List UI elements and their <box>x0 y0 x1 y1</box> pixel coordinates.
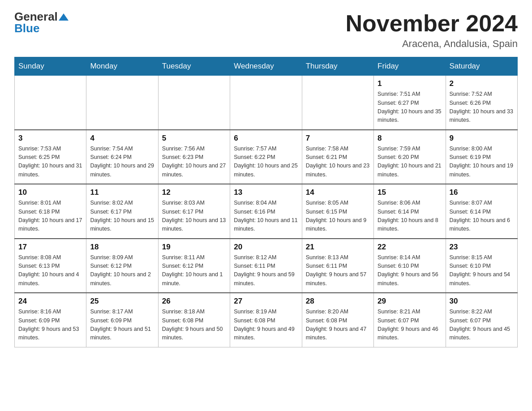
logo-general-text: General <box>14 11 58 22</box>
calendar-cell <box>158 76 230 130</box>
day-info: Sunrise: 8:13 AM Sunset: 6:11 PM Dayligh… <box>306 253 370 288</box>
day-number: 28 <box>306 297 370 306</box>
calendar-cell: 10Sunrise: 8:01 AM Sunset: 6:18 PM Dayli… <box>15 184 86 239</box>
day-info: Sunrise: 8:03 AM Sunset: 6:17 PM Dayligh… <box>162 199 226 234</box>
calendar-cell: 19Sunrise: 8:11 AM Sunset: 6:12 PM Dayli… <box>158 239 230 293</box>
calendar-cell <box>15 76 86 130</box>
day-number: 25 <box>90 297 154 306</box>
day-number: 21 <box>306 243 370 252</box>
calendar-week-row: 17Sunrise: 8:08 AM Sunset: 6:13 PM Dayli… <box>15 239 518 293</box>
day-info: Sunrise: 7:51 AM Sunset: 6:27 PM Dayligh… <box>378 90 442 125</box>
day-info: Sunrise: 7:57 AM Sunset: 6:22 PM Dayligh… <box>234 145 298 180</box>
calendar-cell: 23Sunrise: 8:15 AM Sunset: 6:10 PM Dayli… <box>446 239 517 293</box>
calendar-table: SundayMondayTuesdayWednesdayThursdayFrid… <box>14 57 518 347</box>
logo: General Blue <box>14 11 69 34</box>
day-info: Sunrise: 8:04 AM Sunset: 6:16 PM Dayligh… <box>234 199 298 234</box>
day-number: 27 <box>234 297 298 306</box>
day-number: 2 <box>450 79 514 88</box>
calendar-cell: 21Sunrise: 8:13 AM Sunset: 6:11 PM Dayli… <box>302 239 373 293</box>
day-number: 16 <box>450 188 514 197</box>
day-info: Sunrise: 8:11 AM Sunset: 6:12 PM Dayligh… <box>162 253 226 288</box>
day-number: 19 <box>162 243 226 252</box>
day-number: 6 <box>234 134 298 143</box>
weekday-header: Wednesday <box>230 57 302 76</box>
day-number: 17 <box>18 243 82 252</box>
day-number: 15 <box>378 188 442 197</box>
location-title: Aracena, Andalusia, Spain <box>346 38 518 50</box>
day-number: 1 <box>378 79 442 88</box>
day-info: Sunrise: 8:19 AM Sunset: 6:08 PM Dayligh… <box>234 308 298 342</box>
day-number: 20 <box>234 243 298 252</box>
day-info: Sunrise: 8:16 AM Sunset: 6:09 PM Dayligh… <box>18 308 82 342</box>
calendar-cell: 20Sunrise: 8:12 AM Sunset: 6:11 PM Dayli… <box>230 239 302 293</box>
day-info: Sunrise: 7:53 AM Sunset: 6:25 PM Dayligh… <box>18 145 82 180</box>
calendar-week-row: 3Sunrise: 7:53 AM Sunset: 6:25 PM Daylig… <box>15 130 518 184</box>
calendar-cell: 18Sunrise: 8:09 AM Sunset: 6:12 PM Dayli… <box>86 239 158 293</box>
day-number: 24 <box>18 297 82 306</box>
day-number: 13 <box>234 188 298 197</box>
calendar-cell: 11Sunrise: 8:02 AM Sunset: 6:17 PM Dayli… <box>86 184 158 239</box>
weekday-header: Saturday <box>446 57 517 76</box>
day-info: Sunrise: 8:14 AM Sunset: 6:10 PM Dayligh… <box>378 253 442 288</box>
day-number: 22 <box>378 243 442 252</box>
calendar-cell: 12Sunrise: 8:03 AM Sunset: 6:17 PM Dayli… <box>158 184 230 239</box>
weekday-header: Thursday <box>302 57 373 76</box>
svg-marker-0 <box>59 13 69 21</box>
day-info: Sunrise: 8:20 AM Sunset: 6:08 PM Dayligh… <box>306 308 370 342</box>
calendar-cell: 15Sunrise: 8:06 AM Sunset: 6:14 PM Dayli… <box>374 184 446 239</box>
day-info: Sunrise: 8:15 AM Sunset: 6:10 PM Dayligh… <box>450 253 514 288</box>
month-title: November 2024 <box>346 11 518 36</box>
calendar-cell: 13Sunrise: 8:04 AM Sunset: 6:16 PM Dayli… <box>230 184 302 239</box>
day-number: 9 <box>450 134 514 143</box>
day-info: Sunrise: 8:08 AM Sunset: 6:13 PM Dayligh… <box>18 253 82 288</box>
day-number: 12 <box>162 188 226 197</box>
day-info: Sunrise: 8:06 AM Sunset: 6:14 PM Dayligh… <box>378 199 442 234</box>
calendar-cell: 16Sunrise: 8:07 AM Sunset: 6:14 PM Dayli… <box>446 184 517 239</box>
calendar-cell <box>302 76 373 130</box>
calendar-cell: 28Sunrise: 8:20 AM Sunset: 6:08 PM Dayli… <box>302 293 373 347</box>
day-number: 11 <box>90 188 154 197</box>
day-number: 26 <box>162 297 226 306</box>
calendar-cell: 29Sunrise: 8:21 AM Sunset: 6:07 PM Dayli… <box>374 293 446 347</box>
calendar-cell: 1Sunrise: 7:51 AM Sunset: 6:27 PM Daylig… <box>374 76 446 130</box>
day-number: 5 <box>162 134 226 143</box>
day-info: Sunrise: 7:59 AM Sunset: 6:20 PM Dayligh… <box>378 145 442 180</box>
calendar-cell: 8Sunrise: 7:59 AM Sunset: 6:20 PM Daylig… <box>374 130 446 184</box>
day-number: 4 <box>90 134 154 143</box>
calendar-cell: 24Sunrise: 8:16 AM Sunset: 6:09 PM Dayli… <box>15 293 86 347</box>
day-info: Sunrise: 7:52 AM Sunset: 6:26 PM Dayligh… <box>450 90 514 125</box>
day-number: 29 <box>378 297 442 306</box>
calendar-week-row: 10Sunrise: 8:01 AM Sunset: 6:18 PM Dayli… <box>15 184 518 239</box>
day-number: 18 <box>90 243 154 252</box>
day-number: 30 <box>450 297 514 306</box>
calendar-cell: 22Sunrise: 8:14 AM Sunset: 6:10 PM Dayli… <box>374 239 446 293</box>
calendar-cell: 2Sunrise: 7:52 AM Sunset: 6:26 PM Daylig… <box>446 76 517 130</box>
calendar-cell <box>230 76 302 130</box>
calendar-cell: 3Sunrise: 7:53 AM Sunset: 6:25 PM Daylig… <box>15 130 86 184</box>
weekday-header: Tuesday <box>158 57 230 76</box>
day-number: 7 <box>306 134 370 143</box>
day-info: Sunrise: 8:07 AM Sunset: 6:14 PM Dayligh… <box>450 199 514 234</box>
day-info: Sunrise: 8:22 AM Sunset: 6:07 PM Dayligh… <box>450 308 514 342</box>
weekday-header: Monday <box>86 57 158 76</box>
day-number: 8 <box>378 134 442 143</box>
weekday-header: Friday <box>374 57 446 76</box>
day-info: Sunrise: 7:58 AM Sunset: 6:21 PM Dayligh… <box>306 145 370 180</box>
calendar-cell: 27Sunrise: 8:19 AM Sunset: 6:08 PM Dayli… <box>230 293 302 347</box>
logo-triangle-icon <box>59 13 69 21</box>
calendar-week-row: 1Sunrise: 7:51 AM Sunset: 6:27 PM Daylig… <box>15 76 518 130</box>
day-number: 14 <box>306 188 370 197</box>
calendar-cell: 17Sunrise: 8:08 AM Sunset: 6:13 PM Dayli… <box>15 239 86 293</box>
day-info: Sunrise: 8:02 AM Sunset: 6:17 PM Dayligh… <box>90 199 154 234</box>
calendar-cell: 5Sunrise: 7:56 AM Sunset: 6:23 PM Daylig… <box>158 130 230 184</box>
calendar-cell: 9Sunrise: 8:00 AM Sunset: 6:19 PM Daylig… <box>446 130 517 184</box>
day-number: 10 <box>18 188 82 197</box>
day-number: 3 <box>18 134 82 143</box>
calendar-cell: 14Sunrise: 8:05 AM Sunset: 6:15 PM Dayli… <box>302 184 373 239</box>
calendar-cell: 7Sunrise: 7:58 AM Sunset: 6:21 PM Daylig… <box>302 130 373 184</box>
day-info: Sunrise: 8:21 AM Sunset: 6:07 PM Dayligh… <box>378 308 442 342</box>
day-info: Sunrise: 8:00 AM Sunset: 6:19 PM Dayligh… <box>450 145 514 180</box>
calendar-cell: 4Sunrise: 7:54 AM Sunset: 6:24 PM Daylig… <box>86 130 158 184</box>
day-number: 23 <box>450 243 514 252</box>
calendar-header-row: SundayMondayTuesdayWednesdayThursdayFrid… <box>15 57 518 76</box>
